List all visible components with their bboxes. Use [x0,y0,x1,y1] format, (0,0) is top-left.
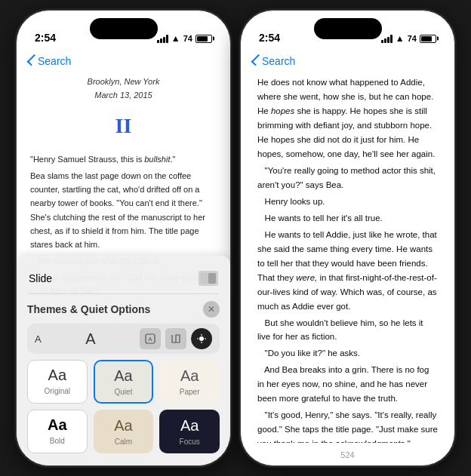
time-left: 2:54 [35,32,56,44]
back-button-left[interactable]: Search [29,55,71,67]
theme-name-calm: Calm [115,438,132,446]
theme-aa-quiet: Aa [114,367,132,385]
theme-card-quiet[interactable]: Aa Quiet [94,360,154,404]
book-chapter: II [30,109,217,143]
close-button[interactable]: ✕ [203,301,220,318]
battery-pct-left: 74 [183,34,192,43]
theme-card-original[interactable]: Aa Original [27,360,88,404]
theme-name-focus: Focus [180,438,200,446]
back-button-right[interactable]: Search [253,55,295,67]
themes-title: Themes & Quiet Options [27,303,150,315]
font-book-icon[interactable] [165,328,186,349]
theme-name-original: Original [45,387,70,395]
wifi-icon: ▲ [171,33,180,44]
svg-rect-1 [208,273,216,284]
theme-aa-calm: Aa [114,417,132,435]
transition-slide[interactable]: Slide [29,263,218,294]
themes-panel: Themes & Quiet Options ✕ A A A [17,295,230,465]
font-size-large-label: A [85,330,95,348]
theme-name-paper: Paper [180,388,200,396]
slide-label: Slide [29,272,52,284]
battery-icon-right [420,35,436,43]
svg-point-5 [199,336,204,341]
font-controls: A A A [27,324,220,354]
page-number: 524 [340,450,354,459]
book-header: Brooklyn, New YorkMarch 13, 2015 [30,75,217,102]
themes-header: Themes & Quiet Options ✕ [27,301,220,318]
status-icons-left: ▲ 74 [157,33,212,44]
theme-name-bold: Bold [50,437,65,445]
font-style-icon[interactable]: A [140,328,161,349]
theme-grid: Aa Original Aa Quiet Aa Paper Aa Bold Aa [27,360,220,453]
status-icons-right: ▲ 74 [381,33,436,44]
book-content-right: He does not know what happened to Addie,… [241,75,454,443]
dynamic-island [90,18,158,39]
nav-bar-left: Search [17,47,230,75]
wifi-icon-right: ▲ [396,33,405,44]
battery-icon-left [195,35,212,43]
chevron-left-icon-right [251,54,263,66]
right-phone: 2:54 ▲ 74 Search [240,10,455,466]
theme-aa-bold: Aa [48,416,67,434]
battery-pct-right: 74 [408,34,417,43]
nav-bar-right: Search [241,47,454,75]
dynamic-island-right [314,18,382,39]
back-label-left: Search [38,55,71,67]
theme-name-quiet: Quiet [115,388,133,396]
svg-text:A: A [148,336,152,342]
font-size-small-label: A [35,333,42,345]
slide-icon [199,271,218,286]
signal-icon-right [381,35,392,43]
theme-card-paper[interactable]: Aa Paper [159,360,220,404]
signal-icon [157,35,168,43]
time-right: 2:54 [259,32,280,44]
theme-card-focus[interactable]: Aa Focus [159,410,220,453]
font-icons: A [140,328,212,349]
theme-card-bold[interactable]: Aa Bold [27,410,88,453]
brightness-icon[interactable] [191,328,212,349]
chevron-left-icon [27,54,39,66]
theme-aa-focus: Aa [180,417,199,435]
theme-aa-paper: Aa [180,367,199,385]
left-phone: 2:54 ▲ 74 Search [16,10,231,466]
back-label-right: Search [262,55,295,67]
theme-aa-original: Aa [48,367,66,384]
theme-card-calm[interactable]: Aa Calm [94,410,154,453]
